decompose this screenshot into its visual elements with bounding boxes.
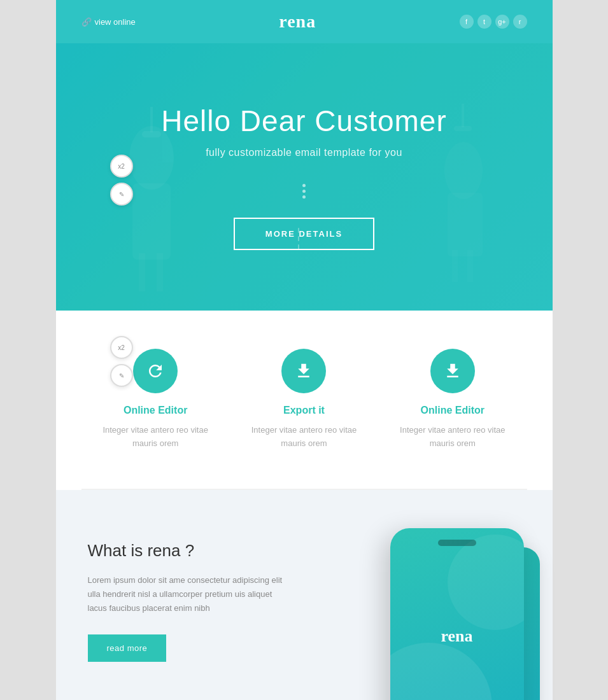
hero-dot-1 — [302, 184, 306, 187]
phone-area: rena — [362, 528, 553, 700]
feature-item-1: Online Editor Integer vitae antero reo v… — [81, 349, 230, 451]
feature-edit-btn[interactable]: ✎ — [110, 364, 133, 387]
hero-title: Hello Dear Customer — [161, 104, 446, 138]
download-svg — [443, 361, 462, 381]
feature-desc-2: Integer vitae antero reo vitae mauris or… — [243, 424, 365, 451]
header-left: 🔗 view online — [81, 17, 136, 27]
what-body-text: Lorem ipsum dolor sit ame consectetur ad… — [88, 573, 292, 615]
hero-content: Hello Dear Customer fully customizable e… — [161, 104, 446, 250]
feature-title-3: Online Editor — [391, 405, 514, 416]
view-online-link[interactable]: 🔗 view online — [81, 17, 136, 27]
features-side-buttons: x2 ✎ — [110, 336, 133, 387]
hero-section: x2 ✎ Hello Dear Customer fully customiza… — [56, 43, 553, 311]
social-icons: f t g+ r — [460, 15, 527, 29]
header: 🔗 view online rena f t g+ r — [56, 0, 553, 43]
feature-desc-3: Integer vitae antero reo vitae mauris or… — [391, 424, 514, 451]
more-details-button[interactable]: MORE DETAILS — [234, 218, 374, 250]
feature-title-2: Export it — [243, 405, 365, 416]
page-wrapper: 🔗 view online rena f t g+ r — [56, 0, 553, 700]
feature-desc-1: Integer vitae antero reo vitae mauris or… — [94, 424, 217, 451]
export-svg — [294, 361, 313, 381]
googleplus-icon[interactable]: g+ — [495, 15, 509, 29]
features-wrapper: x2 ✎ Online Editor Integer vitae antero … — [56, 311, 553, 489]
feature-item-3: Online Editor Integer vitae antero reo v… — [378, 349, 527, 451]
phone-mockup: rena — [390, 528, 524, 700]
edit-btn[interactable]: ✎ — [110, 183, 133, 206]
rss-icon[interactable]: r — [513, 15, 527, 29]
feature-icon-export — [281, 349, 326, 393]
hero-dot-3 — [302, 195, 306, 199]
what-content: What is rena ? Lorem ipsum dolor sit ame… — [56, 528, 362, 700]
zoom-btn[interactable]: x2 — [110, 155, 133, 178]
feature-title-1: Online Editor — [94, 405, 217, 416]
hero-dot-2 — [302, 190, 306, 193]
feature-icon-download — [430, 349, 475, 393]
feature-zoom-btn[interactable]: x2 — [110, 336, 133, 359]
facebook-icon[interactable]: f — [460, 15, 474, 29]
hero-side-buttons: x2 ✎ — [110, 155, 133, 206]
phone-swirl — [390, 528, 524, 700]
phone-notch — [438, 540, 476, 546]
header-logo: rena — [279, 11, 316, 32]
hero-subtitle: fully customizable email template for yo… — [161, 147, 446, 158]
refresh-svg — [146, 361, 165, 381]
feature-icon-refresh — [133, 349, 178, 393]
what-title: What is rena ? — [88, 541, 330, 561]
hero-dots — [161, 184, 446, 199]
what-section: What is rena ? Lorem ipsum dolor sit ame… — [56, 490, 553, 700]
view-online-label: view online — [95, 17, 136, 27]
feature-item-2: Export it Integer vitae antero reo vitae… — [230, 349, 378, 451]
link-icon: 🔗 — [81, 17, 92, 27]
twitter-icon[interactable]: t — [477, 15, 491, 29]
read-more-button[interactable]: read more — [88, 634, 167, 662]
